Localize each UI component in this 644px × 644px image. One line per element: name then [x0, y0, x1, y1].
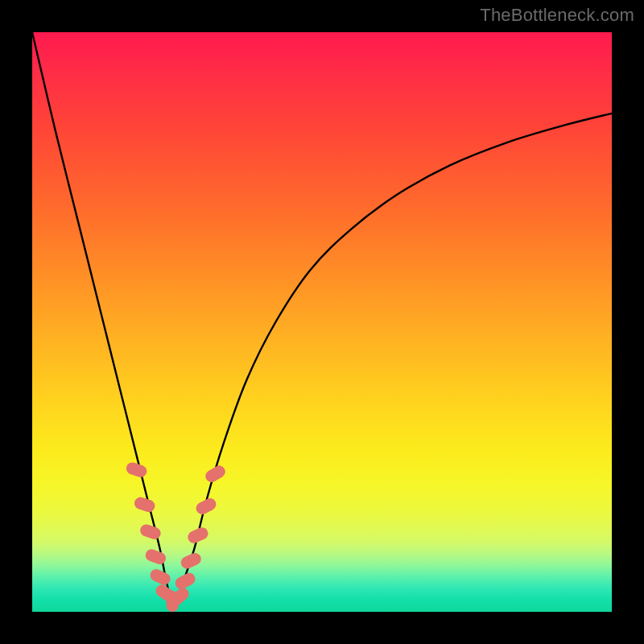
curve-marker — [179, 551, 203, 571]
curve-marker — [186, 526, 210, 545]
curve-marker — [148, 568, 172, 587]
curve-marker — [133, 496, 156, 514]
chart-svg — [32, 32, 612, 612]
curve-marker — [125, 460, 148, 478]
plot-area — [32, 32, 612, 612]
bottleneck-curve — [32, 32, 612, 603]
curve-marker — [144, 547, 168, 566]
watermark-text: TheBottleneck.com — [480, 5, 634, 26]
curve-marker — [138, 522, 162, 540]
chart-frame: TheBottleneck.com — [0, 0, 644, 644]
